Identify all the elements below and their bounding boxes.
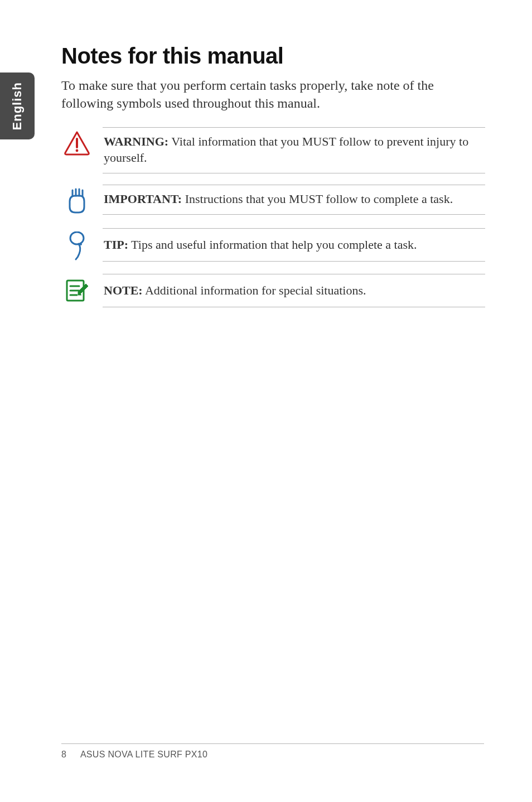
language-tab: English <box>0 73 35 139</box>
callout-warning-text: WARNING: Vital information that you MUST… <box>103 127 485 173</box>
svg-point-6 <box>70 232 84 244</box>
page-footer: 8 ASUS NOVA LITE SURF PX10 <box>61 743 484 760</box>
svg-point-1 <box>76 149 79 152</box>
note-label: NOTE: <box>104 283 143 297</box>
callout-tip-text: TIP: Tips and useful information that he… <box>103 228 485 262</box>
callout-important: IMPORTANT: Instructions that you MUST fo… <box>61 185 485 217</box>
page-number: 8 <box>61 750 78 760</box>
important-icon <box>61 185 93 217</box>
tip-body: Tips and useful information that help yo… <box>128 238 417 252</box>
tip-label: TIP: <box>104 238 128 252</box>
svg-point-7 <box>80 243 82 245</box>
important-body: Instructions that you MUST follow to com… <box>182 192 453 206</box>
note-icon <box>61 274 93 304</box>
callout-tip: TIP: Tips and useful information that he… <box>61 228 485 263</box>
important-label: IMPORTANT: <box>104 192 182 206</box>
callout-note-text: NOTE: Additional information for special… <box>103 274 485 307</box>
warning-icon <box>61 127 93 156</box>
page-content: Notes for this manual To make sure that … <box>61 44 485 318</box>
note-body: Additional information for special situa… <box>143 283 366 297</box>
page-title: Notes for this manual <box>61 44 485 69</box>
intro-paragraph: To make sure that you perform certain ta… <box>61 76 485 113</box>
document-page: English Notes for this manual To make su… <box>0 0 532 802</box>
tip-icon <box>61 228 93 263</box>
callout-important-text: IMPORTANT: Instructions that you MUST fo… <box>103 185 485 215</box>
warning-label: WARNING: <box>104 134 168 148</box>
footer-title: ASUS NOVA LITE SURF PX10 <box>80 750 207 759</box>
callout-note: NOTE: Additional information for special… <box>61 274 485 307</box>
callout-warning: WARNING: Vital information that you MUST… <box>61 127 485 173</box>
language-tab-label: English <box>10 82 25 130</box>
